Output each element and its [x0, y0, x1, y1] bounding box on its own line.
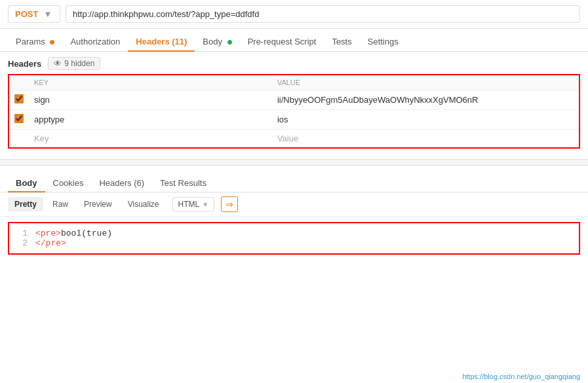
body-opt-preview[interactable]: Preview — [77, 197, 119, 211]
empty-checkbox-cell — [9, 130, 29, 149]
hidden-badge[interactable]: 👁 9 hidden — [48, 57, 100, 70]
table-row: apptype ios — [9, 110, 579, 130]
body-opt-raw[interactable]: Raw — [46, 197, 75, 211]
headers-title-row: Headers 👁 9 hidden — [8, 57, 580, 70]
code-area: 1 <pre>bool(true) 2 </pre> — [8, 222, 580, 255]
table-row: sign ii/NbyyeOOFgm5AuDbayeWaOWhyNkxxXgVM… — [9, 90, 579, 110]
resp-tab-headers-label: Headers (6) — [99, 178, 144, 188]
row1-value: ii/NbyyeOOFgm5AuDbayeWaOWhyNkxxXgVMO6nR — [272, 90, 579, 110]
format-chevron: ▼ — [202, 201, 208, 208]
eye-icon: 👁 — [54, 59, 62, 68]
row1-key: sign — [29, 90, 272, 110]
format-label: HTML — [178, 200, 200, 209]
row2-key: apptype — [29, 110, 272, 130]
body-opt-visualize[interactable]: Visualize — [121, 197, 166, 211]
resp-tab-testresults-label: Test Results — [160, 178, 206, 188]
pre-open-tag: <pre> — [35, 228, 61, 238]
body-opt-raw-label: Raw — [52, 200, 68, 209]
params-dot — [50, 40, 54, 45]
headers-section: Headers 👁 9 hidden KEY VALUE sign ii/Nby… — [0, 52, 588, 154]
resp-tab-body[interactable]: Body — [8, 175, 45, 192]
resp-tab-cookies-label: Cookies — [53, 178, 84, 188]
table-row-empty: Key Value — [9, 130, 579, 149]
tab-body-label: Body — [203, 37, 222, 46]
format-select[interactable]: HTML ▼ — [172, 197, 215, 211]
wrap-button[interactable]: ⇒ — [221, 196, 238, 212]
resp-tab-body-label: Body — [16, 178, 37, 188]
method-dropdown[interactable]: POST ▼ — [8, 5, 60, 23]
headers-table: KEY VALUE sign ii/NbyyeOOFgm5AuDbayeWaOW… — [8, 74, 580, 149]
row1-checkbox[interactable] — [14, 94, 24, 103]
body-opt-visualize-label: Visualize — [128, 200, 159, 209]
row1-checkbox-cell — [9, 90, 29, 110]
tab-settings-label: Settings — [368, 37, 399, 46]
code-content-2: </pre> — [35, 238, 66, 248]
col-value: VALUE — [272, 75, 579, 90]
tab-authorization-label: Authorization — [70, 37, 120, 46]
body-dot — [227, 40, 232, 45]
url-input[interactable] — [66, 5, 580, 23]
col-key: KEY — [29, 75, 272, 90]
tab-body[interactable]: Body — [195, 33, 239, 52]
tab-tests-label: Tests — [332, 37, 351, 46]
tab-tests[interactable]: Tests — [324, 33, 359, 52]
line-num-1: 1 — [17, 228, 28, 238]
hidden-label: 9 hidden — [64, 59, 94, 68]
resp-tab-headers[interactable]: Headers (6) — [91, 175, 152, 192]
tab-settings[interactable]: Settings — [360, 33, 406, 52]
response-tabs: Body Cookies Headers (6) Test Results — [0, 171, 588, 192]
tab-params-label: Params — [16, 37, 45, 46]
empty-value[interactable]: Value — [272, 130, 579, 149]
method-label: POST — [15, 9, 38, 19]
code-content-1: <pre>bool(true) — [35, 228, 112, 238]
section-divider — [0, 159, 588, 166]
url-bar: POST ▼ — [0, 0, 588, 29]
empty-key[interactable]: Key — [29, 130, 272, 149]
method-chevron: ▼ — [43, 9, 52, 19]
tab-headers[interactable]: Headers (11) — [128, 33, 195, 52]
tab-headers-label: Headers (11) — [136, 37, 187, 46]
pre-close-tag: </pre> — [35, 238, 66, 248]
tab-authorization[interactable]: Authorization — [62, 33, 128, 52]
row2-checkbox-cell — [9, 110, 29, 130]
col-checkbox — [9, 75, 29, 90]
body-opt-pretty[interactable]: Pretty — [8, 197, 43, 211]
body-opt-pretty-label: Pretty — [14, 200, 37, 209]
resp-tab-cookies[interactable]: Cookies — [45, 175, 92, 192]
request-tabs: Params Authorization Headers (11) Body P… — [0, 29, 588, 52]
wrap-icon: ⇒ — [225, 199, 233, 210]
resp-tab-testresults[interactable]: Test Results — [152, 175, 214, 192]
tab-prerequest-label: Pre-request Script — [248, 37, 317, 46]
body-opt-preview-label: Preview — [84, 200, 112, 209]
row2-checkbox[interactable] — [14, 114, 24, 123]
headers-title: Headers — [8, 59, 41, 69]
body-options-row: Pretty Raw Preview Visualize HTML ▼ ⇒ — [0, 192, 588, 217]
row2-value: ios — [272, 110, 579, 130]
tab-prerequest[interactable]: Pre-request Script — [240, 33, 324, 52]
line-num-2: 2 — [17, 238, 28, 248]
code-line-2: 2 </pre> — [17, 238, 571, 248]
code-line-1: 1 <pre>bool(true) — [17, 228, 571, 238]
tab-params[interactable]: Params — [8, 33, 62, 52]
